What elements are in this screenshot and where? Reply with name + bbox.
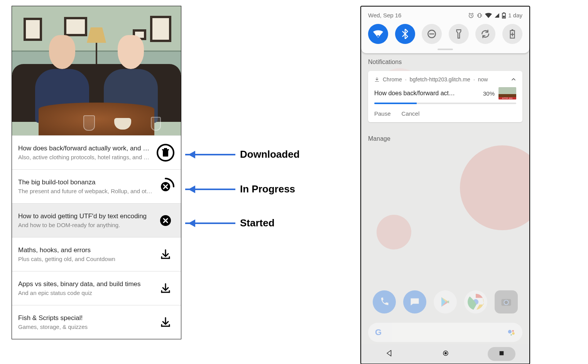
download-icon xyxy=(160,249,171,260)
download-button[interactable] xyxy=(156,313,175,332)
home-dock xyxy=(373,290,518,313)
episode-title: How to avoid getting UTF'd by text encod… xyxy=(18,212,152,220)
notif-cancel-button[interactable]: Cancel xyxy=(402,110,420,117)
notif-progress-bar xyxy=(374,103,417,104)
svg-rect-10 xyxy=(503,15,505,17)
episode-text: Fish & Scripts special! Games, storage, … xyxy=(18,314,156,330)
dock-messages-icon[interactable] xyxy=(403,290,426,313)
download-icon xyxy=(160,283,171,294)
google-logo-icon: G xyxy=(375,327,382,337)
qs-rotate-toggle[interactable] xyxy=(475,24,495,44)
episode-subtitle: Games, storage, & quizzes xyxy=(18,324,152,330)
svg-rect-28 xyxy=(500,351,504,356)
svg-point-23 xyxy=(512,330,514,332)
svg-rect-9 xyxy=(504,12,505,13)
annotation-label: In Progress xyxy=(240,183,295,195)
episode-text: How does back/forward actually work, and… xyxy=(18,145,156,160)
qs-dnd-toggle[interactable] xyxy=(422,24,442,44)
dock-play-store-icon[interactable] xyxy=(434,290,457,313)
svg-point-25 xyxy=(510,334,512,335)
svg-rect-1 xyxy=(163,150,168,157)
cancel-download-button[interactable] xyxy=(156,211,175,230)
cancel-icon xyxy=(160,215,171,226)
episode-text: How to avoid getting UTF'd by text encod… xyxy=(18,212,156,228)
assistant-icon xyxy=(507,328,515,337)
nav-home-button[interactable] xyxy=(431,347,460,361)
svg-rect-15 xyxy=(512,29,513,30)
notifications-area: Notifications Chrome · bgfetch-http203.g… xyxy=(361,53,529,128)
episode-subtitle: The present and future of webpack, Rollu… xyxy=(18,188,152,194)
download-button[interactable] xyxy=(156,245,175,264)
annotation-label: Downloaded xyxy=(240,148,300,160)
vibrate-icon xyxy=(476,12,483,19)
alarm-icon xyxy=(468,12,474,19)
arrow-icon xyxy=(185,154,235,155)
episode-item-5[interactable]: Apps vs sites, binary data, and build ti… xyxy=(12,271,181,305)
arrow-icon xyxy=(185,189,235,190)
phone-mockup: Wed, Sep 16 1 day xyxy=(360,6,530,364)
episode-subtitle: Plus cats, getting old, and Countdown xyxy=(18,256,152,262)
trash-circle-icon xyxy=(156,143,175,162)
flashlight-icon xyxy=(456,29,462,39)
download-button[interactable] xyxy=(156,279,175,298)
dnd-icon xyxy=(427,29,437,39)
notif-app-name: Chrome xyxy=(383,76,402,83)
battery-label: 1 day xyxy=(508,12,522,19)
download-notification[interactable]: Chrome · bgfetch-http203.glitch.me · now… xyxy=(368,71,522,122)
annotation-in-progress: In Progress xyxy=(185,183,295,195)
episode-title: Fish & Scripts special! xyxy=(18,314,152,322)
chevron-up-icon[interactable] xyxy=(511,77,516,82)
episode-title: The big build-tool bonanza xyxy=(18,179,152,186)
manage-button[interactable]: Manage xyxy=(361,128,529,150)
svg-point-27 xyxy=(444,352,447,354)
dock-chrome-icon[interactable] xyxy=(464,290,487,313)
qs-bluetooth-toggle[interactable] xyxy=(395,24,415,44)
qs-wifi-toggle[interactable] xyxy=(368,24,388,44)
nav-back-icon xyxy=(386,350,393,357)
episode-text: Apps vs sites, binary data, and build ti… xyxy=(18,280,156,296)
episode-text: The big build-tool bonanza The present a… xyxy=(18,179,156,194)
annotation-downloaded: Downloaded xyxy=(185,148,300,160)
annotation-label: Started xyxy=(240,217,275,229)
notif-pause-button[interactable]: Pause xyxy=(374,110,391,117)
dock-camera-icon[interactable] xyxy=(495,290,518,313)
annotation-started: Started xyxy=(185,217,275,229)
wifi-icon xyxy=(373,30,383,38)
app-episode-list: How does back/forward actually work, and… xyxy=(12,6,181,339)
notif-source: bgfetch-http203.glitch.me xyxy=(410,76,470,83)
episode-item-1[interactable]: How does back/forward actually work, and… xyxy=(12,135,181,169)
system-nav-bar xyxy=(361,344,529,364)
battery-saver-icon xyxy=(509,29,515,39)
quick-settings-panel: Wed, Sep 16 1 day xyxy=(361,7,529,53)
episode-title: Apps vs sites, binary data, and build ti… xyxy=(18,280,152,288)
svg-rect-7 xyxy=(479,13,481,17)
notif-bullet: · xyxy=(405,76,407,83)
notif-percent: 30% xyxy=(483,90,495,97)
dock-phone-icon[interactable] xyxy=(373,290,396,313)
download-icon xyxy=(160,317,171,328)
episode-item-2[interactable]: The big build-tool bonanza The present a… xyxy=(12,169,181,203)
notif-bullet: · xyxy=(473,76,475,83)
svg-point-22 xyxy=(508,330,512,334)
episode-item-4[interactable]: Maths, hooks, and errors Plus cats, gett… xyxy=(12,237,181,271)
status-date: Wed, Sep 16 xyxy=(368,12,401,19)
rotate-icon xyxy=(480,29,490,39)
cellular-icon xyxy=(494,13,500,18)
episode-item-6[interactable]: Fish & Scripts special! Games, storage, … xyxy=(12,305,181,339)
hero-image xyxy=(12,6,181,135)
svg-point-11 xyxy=(377,35,379,37)
notif-time: now xyxy=(478,76,488,83)
nav-recents-button[interactable] xyxy=(488,347,515,361)
notif-progress-track xyxy=(374,103,516,104)
delete-download-button[interactable] xyxy=(156,143,175,162)
cancel-download-button[interactable] xyxy=(156,177,175,196)
nav-back-button[interactable] xyxy=(375,347,404,361)
episode-item-3[interactable]: How to avoid getting UTF'd by text encod… xyxy=(12,203,181,237)
nav-recents-icon xyxy=(498,350,505,356)
qs-battery-saver-toggle[interactable] xyxy=(502,24,522,44)
qs-flashlight-toggle[interactable] xyxy=(449,24,469,44)
download-icon xyxy=(374,77,380,82)
home-search-bar[interactable]: G xyxy=(368,323,522,342)
qs-drag-handle[interactable] xyxy=(438,49,453,50)
notif-thumbnail xyxy=(498,87,516,99)
